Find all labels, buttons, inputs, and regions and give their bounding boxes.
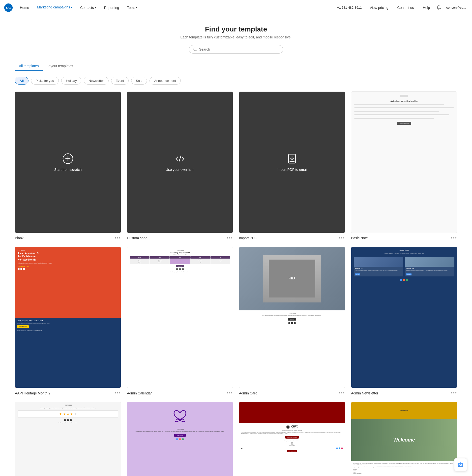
template-card-import-pdf[interactable]: Import PDF to email Import PDF ••• (239, 91, 345, 241)
contact-us-button[interactable]: Contact us (394, 0, 417, 15)
page-title: Find your template (15, 25, 457, 33)
ai-assistant-button[interactable] (454, 458, 467, 471)
template-thumb-admin-review: ▪ YOUR LOGO It was so great to help you … (15, 402, 121, 476)
card-menu-aapi[interactable]: ••• (115, 390, 121, 396)
template-name-import-pdf: Import PDF (239, 236, 257, 240)
help-button[interactable]: Help (419, 0, 434, 15)
filter-picks[interactable]: Picks for you (31, 77, 59, 85)
card-menu-basic-note[interactable]: ••• (451, 236, 457, 241)
filter-pills: All Picks for you Holiday Newsletter Eve… (15, 77, 457, 85)
template-card-aapi[interactable]: MAY 20XX Asian American &Pacific Islande… (15, 247, 121, 396)
card-menu-custom-code[interactable]: ••• (227, 236, 233, 241)
template-thumb-custom-code: Use your own html (127, 91, 233, 233)
card-menu-import-pdf[interactable]: ••• (339, 236, 345, 241)
nav-tools[interactable]: Tools ▾ (124, 0, 140, 15)
template-card-admin-review[interactable]: ▪ YOUR LOGO It was so great to help you … (15, 402, 121, 476)
filter-newsletter[interactable]: Newsletter (84, 77, 108, 85)
navbar: CC Home Marketing campaigns ▾ Contacts ▾… (0, 0, 472, 15)
card-menu-admin-calendar[interactable]: ••• (227, 390, 233, 396)
filter-event[interactable]: Event (111, 77, 129, 85)
user-menu[interactable]: concon@ca... (444, 6, 468, 9)
template-card-custom-code[interactable]: Use your own html Custom code ••• (127, 91, 233, 241)
search-input-wrap (189, 45, 283, 54)
nav-contacts[interactable]: Contacts ▾ (77, 0, 99, 15)
chevron-down-icon: ▾ (136, 6, 137, 9)
svg-point-2 (194, 48, 196, 51)
chevron-down-icon: ▾ (71, 6, 72, 9)
svg-rect-13 (461, 464, 462, 465)
card-menu-blank[interactable]: ••• (115, 236, 121, 241)
filter-announcement[interactable]: Announcement (149, 77, 180, 85)
search-bar (15, 45, 457, 54)
view-pricing-button[interactable]: View pricing (366, 0, 392, 15)
template-name-blank: Blank (15, 236, 24, 240)
search-icon (193, 47, 197, 51)
html-label: Use your own html (166, 168, 194, 172)
template-card-admin-card[interactable]: HELP ▪ YOUR LOGO Our records indicate th… (239, 247, 345, 396)
search-input[interactable] (199, 47, 279, 51)
page-subtitle: Each template is fully customizable, eas… (15, 35, 457, 39)
template-name-aapi: AAPI Heritage Month 2 (15, 391, 50, 395)
template-thumb-agent-welcome: Valley Realty Welcome We are excited tha… (351, 402, 457, 476)
template-grid: Start from scratch Blank ••• Use your ow… (15, 91, 457, 476)
template-name-basic-note: Basic Note (351, 236, 368, 240)
template-thumb-admin-card: HELP ▪ YOUR LOGO Our records indicate th… (239, 247, 345, 388)
phone-number: +1 781-482-8911 (335, 6, 364, 9)
svg-rect-11 (458, 463, 463, 467)
template-card-adoption[interactable]: ▪ YOUR LOGO Congratulations on the begin… (127, 402, 233, 476)
svg-text:CC: CC (6, 6, 11, 10)
bn-logo (400, 95, 408, 97)
main-content: Find your template Each template is full… (0, 15, 472, 476)
template-thumb-blank: Start from scratch (15, 91, 121, 233)
template-card-agent-welcome[interactable]: Valley Realty Welcome We are excited tha… (351, 402, 457, 476)
template-thumb-import-pdf: Import PDF to email (239, 91, 345, 233)
scratch-label: Start from scratch (54, 168, 82, 172)
template-thumb-admin-newsletter: ▪ YOUR LOGO Looking to make a change? We… (351, 247, 457, 388)
nav-home[interactable]: Home (17, 0, 32, 15)
svg-line-19 (459, 467, 460, 468)
template-name-admin-card: Admin Card (239, 391, 257, 395)
svg-point-16 (460, 462, 461, 462)
template-tabs: All templates Layout templates (15, 61, 457, 71)
svg-rect-14 (460, 465, 462, 466)
pdf-label: Import PDF to email (277, 168, 307, 172)
svg-line-20 (462, 467, 462, 468)
svg-line-3 (196, 50, 197, 51)
filter-holiday[interactable]: Holiday (61, 77, 81, 85)
template-card-agent-feedback[interactable]: VALLEYREALTY Your feedback is essential.… (239, 402, 345, 476)
notifications-icon[interactable] (435, 4, 442, 11)
template-name-admin-newsletter: Admin Newsletter (351, 391, 378, 395)
tab-layout-templates[interactable]: Layout templates (43, 61, 77, 71)
heart-hands-icon (170, 406, 190, 426)
template-thumb-admin-calendar: ▪ YOUR LOGO Upcoming Appointments Update… (127, 247, 233, 388)
svg-rect-12 (459, 464, 460, 465)
template-card-admin-calendar[interactable]: ▪ YOUR LOGO Upcoming Appointments Update… (127, 247, 233, 396)
card-menu-admin-newsletter[interactable]: ••• (451, 390, 457, 396)
tab-all-templates[interactable]: All templates (15, 61, 43, 71)
chevron-down-icon: ▾ (95, 6, 96, 9)
template-name-custom-code: Custom code (127, 236, 147, 240)
logo-icon[interactable]: CC (4, 3, 13, 12)
filter-sale[interactable]: Sale (131, 77, 147, 85)
filter-all[interactable]: All (15, 77, 29, 85)
template-name-admin-calendar: Admin Calendar (127, 391, 152, 395)
svg-line-7 (179, 156, 181, 162)
nav-reporting[interactable]: Reporting (101, 0, 122, 15)
template-thumb-aapi: MAY 20XX Asian American &Pacific Islande… (15, 247, 121, 388)
template-card-basic-note[interactable]: A direct and compelling headline Visit o… (351, 91, 457, 241)
card-menu-admin-card[interactable]: ••• (339, 390, 345, 396)
robot-icon (457, 461, 465, 469)
template-thumb-agent-feedback: VALLEYREALTY Your feedback is essential.… (239, 402, 345, 476)
template-card-admin-newsletter[interactable]: ▪ YOUR LOGO Looking to make a change? We… (351, 247, 457, 396)
template-thumb-adoption: ▪ YOUR LOGO Congratulations on the begin… (127, 402, 233, 476)
template-thumb-basic-note: A direct and compelling headline Visit o… (351, 91, 457, 233)
template-card-blank[interactable]: Start from scratch Blank ••• (15, 91, 121, 241)
nav-marketing-campaigns[interactable]: Marketing campaigns ▾ (34, 0, 75, 15)
